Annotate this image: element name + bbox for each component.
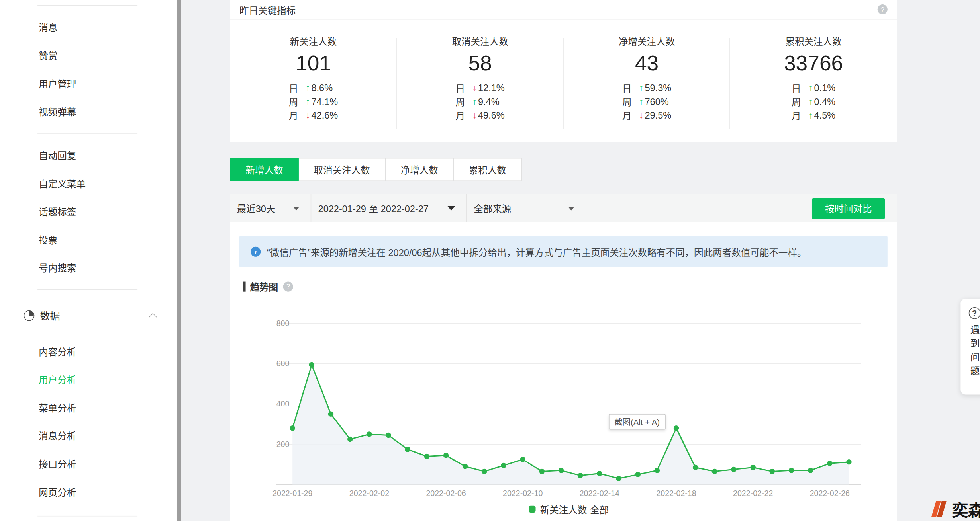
svg-text:2022-02-18: 2022-02-18 [656,489,696,498]
metric-trend-row: 日8.6% [289,80,338,94]
metric-title: 新关注人数 [230,34,396,47]
help-float-label: 遇到问题 [968,325,980,380]
sidebar-section-label: 数据 [40,308,60,323]
metric-trend-row: 月29.5% [622,108,671,122]
sidebar-item-user-analysis[interactable]: 用户分析 [0,365,177,394]
metric-card-unfollowers: 取消关注人数 58 日12.1% 周9.4% 月49.6% [397,20,563,142]
trend-arrow-icon [808,97,813,105]
help-icon[interactable]: ? [283,281,293,291]
range-select[interactable]: 最近30天 [230,194,310,222]
period-label: 日 [289,81,298,94]
metric-value: 43 [563,51,730,76]
trend-chart-area: 2004006008002022-01-292022-02-022022-02-… [269,311,869,500]
sidebar-item-web-analysis[interactable]: 网页分析 [0,478,177,506]
sidebar-item-topic-tags[interactable]: 话题标签 [0,197,177,226]
sidebar-item-appreciation[interactable]: 赞赏 [0,41,177,70]
svg-text:2022-02-10: 2022-02-10 [503,489,543,498]
brand-logo [929,499,949,519]
trend-value: 49.6% [478,109,505,120]
sidebar-item-voting[interactable]: 投票 [0,225,177,254]
sidebar-item-account-search[interactable]: 号内搜索 [0,254,177,282]
metric-card-net-increase: 净增关注人数 43 日59.3% 周760% 月29.5% [563,20,730,142]
date-range-select[interactable]: 2022-01-29 至 2022-02-27 [311,194,466,222]
metric-card-cumulative: 累积关注人数 33766 日0.1% 周0.4% 月4.5% [730,20,897,142]
help-icon[interactable]: ? [878,4,888,14]
tab-net-increase[interactable]: 净增人数 [386,158,454,181]
tab-unfollowers[interactable]: 取消关注人数 [299,158,386,181]
trend-value: 0.4% [814,96,836,107]
trend-arrow-icon [639,83,643,92]
trend-arrow-icon [639,111,643,119]
trend-arrow-icon [808,111,813,119]
trend-value: 9.4% [478,96,500,107]
sidebar-scrollbar[interactable] [177,0,181,521]
source-select-value: 全部来源 [474,202,511,215]
question-icon: ? [968,307,980,319]
source-select[interactable]: 全部来源 [467,194,586,222]
sidebar-item-content-analysis[interactable]: 内容分析 [0,337,177,365]
metric-title: 取消关注人数 [397,34,563,47]
metric-trend-rows: 日0.1% 周0.4% 月4.5% [792,80,835,122]
chart-tabs: 新增人数 取消关注人数 净增人数 累积人数 [230,158,522,181]
period-label: 周 [455,95,465,108]
metric-title: 净增关注人数 [563,34,730,47]
metric-trend-row: 周74.1% [289,94,338,108]
trend-value: 29.5% [645,109,671,120]
sidebar-group-mid: 自动回复 自定义菜单 话题标签 投票 号内搜索 [0,134,177,289]
metric-trend-row: 日59.3% [622,80,671,94]
chart-legend[interactable]: 新关注人数-全部 [269,503,869,516]
metric-trend-rows: 日12.1% 周9.4% 月49.6% [455,80,504,122]
help-float-button[interactable]: ? 遇到问题 [960,299,980,395]
page: 消息 赞赏 用户管理 视频弹幕 自动回复 自定义菜单 话题标签 投票 号内搜索 … [0,0,980,521]
period-label: 月 [792,108,801,121]
sidebar-item-user-management[interactable]: 用户管理 [0,69,177,98]
divider [37,516,137,517]
trend-arrow-icon [472,111,477,119]
trend-value: 8.6% [311,82,333,93]
tab-new-followers[interactable]: 新增人数 [230,158,299,181]
sidebar-item-custom-menu[interactable]: 自定义菜单 [0,169,177,197]
period-label: 月 [289,108,298,121]
sidebar-group-top: 消息 赞赏 用户管理 视频弹幕 [0,6,177,133]
metric-title: 累积关注人数 [730,34,897,47]
period-label: 周 [622,95,632,108]
range-select-value: 最近30天 [237,202,276,215]
sidebar-item-auto-reply[interactable]: 自动回复 [0,141,177,170]
period-label: 月 [455,108,465,121]
sidebar-item-messages[interactable]: 消息 [0,13,177,41]
period-label: 日 [792,81,801,94]
metric-trend-row: 日0.1% [792,80,835,94]
metric-trend-row: 月49.6% [455,108,504,122]
sidebar-item-api-analysis[interactable]: 接口分析 [0,450,177,478]
metric-trend-row: 周0.4% [792,94,835,108]
trend-value: 74.1% [311,96,338,107]
scrollbar-thumb[interactable] [177,0,181,521]
metric-trend-row: 周9.4% [455,94,504,108]
metric-trend-rows: 日8.6% 周74.1% 月42.6% [289,80,338,122]
metric-trend-row: 月4.5% [792,108,835,122]
caret-down-icon [293,207,300,210]
trend-arrow-icon [472,83,477,92]
period-label: 周 [792,95,801,108]
trend-arrow-icon [808,83,813,92]
svg-text:2022-02-02: 2022-02-02 [349,489,389,498]
tab-cumulative[interactable]: 累积人数 [454,158,522,181]
trend-value: 760% [645,96,668,107]
metric-value: 101 [230,51,396,76]
period-label: 周 [289,95,298,108]
sidebar-section-data[interactable]: 数据 [0,297,177,334]
compare-by-time-button[interactable]: 按时间对比 [812,198,885,219]
sidebar-item-message-analysis[interactable]: 消息分析 [0,421,177,450]
sidebar-item-video-danmu[interactable]: 视频弹幕 [0,98,177,126]
sidebar: 消息 赞赏 用户管理 视频弹幕 自动回复 自定义菜单 话题标签 投票 号内搜索 … [0,0,177,521]
sidebar-item-menu-analysis[interactable]: 菜单分析 [0,393,177,421]
trend-section-header: 趋势图 ? [243,280,293,293]
metric-trend-rows: 日59.3% 周760% 月29.5% [622,80,671,122]
info-banner-text: “微信广告”来源的新增关注在 2020/06起从其他中拆分给出，计算方式与广告主… [267,245,807,258]
chevron-up-icon [149,313,157,321]
trend-arrow-icon [472,97,477,105]
metric-card-new-followers: 新关注人数 101 日8.6% 周74.1% 月42.6% [230,20,396,142]
trend-arrow-icon [639,97,643,105]
metrics-row: 新关注人数 101 日8.6% 周74.1% 月42.6% 取消关注人数 58 … [230,20,897,142]
trend-card: 最近30天 2022-01-29 至 2022-02-27 全部来源 按时间对比… [230,194,897,521]
